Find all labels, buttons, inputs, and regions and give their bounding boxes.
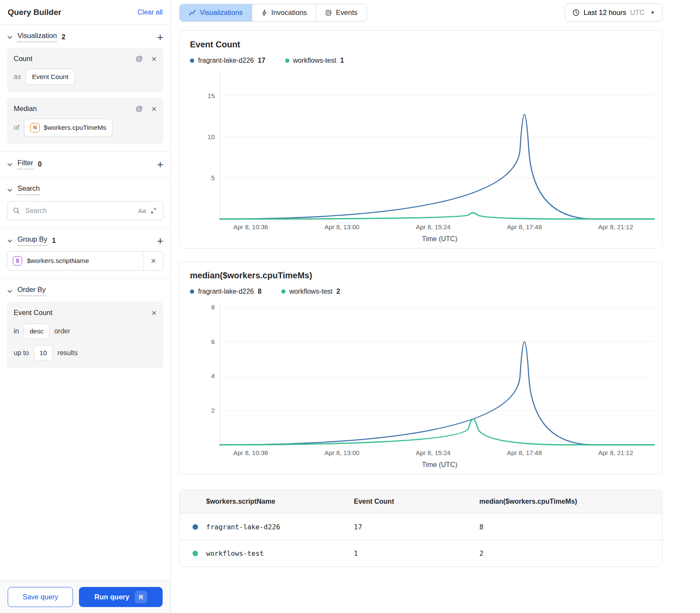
median-cpu-line-chart[interactable]: 2468Apr 8, 10:36Apr 8, 13:00Apr 8, 15:24… xyxy=(190,299,657,459)
query-builder-sidebar: Query Builder Clear all Visualization 2 … xyxy=(0,0,171,613)
median-visualization-card: Median @ × of N $workers.cpuTimeMs xyxy=(7,98,163,144)
lightning-icon xyxy=(261,9,268,16)
x-axis-title: Time (UTC) xyxy=(190,461,662,469)
chevron-down-icon[interactable] xyxy=(7,34,13,40)
legend-series-name: workflows-test xyxy=(289,288,332,295)
add-group-by-button[interactable]: + xyxy=(157,236,163,245)
search-icon xyxy=(13,207,20,214)
remove-median-icon[interactable]: × xyxy=(152,104,157,113)
clear-all-button[interactable]: Clear all xyxy=(137,9,163,16)
order-direction-select[interactable]: desc xyxy=(23,324,50,339)
caret-down-icon: ▼ xyxy=(650,10,655,15)
chevron-down-icon[interactable] xyxy=(7,288,13,294)
tab-invocations[interactable]: Invocations xyxy=(252,4,316,21)
legend-item[interactable]: fragrant-lake-d226 8 xyxy=(190,288,262,295)
main-content: Visualizations Invocations Events Last 1… xyxy=(171,0,700,613)
chevron-down-icon[interactable] xyxy=(7,238,13,244)
chart-legend: fragrant-lake-d226 17 workflows-test 1 xyxy=(190,57,662,64)
svg-text:*: * xyxy=(154,207,157,213)
results-label: results xyxy=(58,349,78,357)
column-event-count: Event Count xyxy=(354,498,479,505)
in-label: in xyxy=(14,327,19,335)
median-field-select[interactable]: N $workers.cpuTimeMs xyxy=(24,119,113,137)
table-row[interactable]: fragrant-lake-d226 17 8 xyxy=(180,514,662,540)
event-count-line-chart[interactable]: 51015Apr 8, 10:36Apr 8, 13:00Apr 8, 15:2… xyxy=(190,68,657,234)
svg-text:5: 5 xyxy=(211,174,215,181)
event-count-chart-card: Event Count fragrant-lake-d226 17 workfl… xyxy=(179,30,662,248)
legend-series-value: 2 xyxy=(336,288,340,295)
event-log-icon xyxy=(325,9,332,16)
svg-text:Apr 8, 17:48: Apr 8, 17:48 xyxy=(507,223,542,231)
regex-icon[interactable]: * xyxy=(150,207,158,214)
clock-icon xyxy=(572,9,580,16)
svg-text:Apr 8, 13:00: Apr 8, 13:00 xyxy=(324,449,359,456)
svg-text:10: 10 xyxy=(207,133,215,140)
remove-group-by-icon[interactable]: × xyxy=(143,251,163,270)
alias-icon[interactable]: @ xyxy=(135,55,143,63)
save-query-button[interactable]: Save query xyxy=(8,587,73,607)
remove-order-by-icon[interactable]: × xyxy=(152,308,157,317)
alias-icon[interactable]: @ xyxy=(135,105,143,113)
match-case-icon[interactable]: Aa xyxy=(138,207,146,214)
legend-item[interactable]: workflows-test 2 xyxy=(281,288,340,295)
visualization-count: 2 xyxy=(61,33,65,41)
visualization-section: Visualization 2 + Count @ × as Event Cou… xyxy=(0,25,170,152)
cell-median: 2 xyxy=(479,549,662,558)
group-by-section: Group By 1 + S $workers.scriptName × xyxy=(0,228,170,278)
svg-text:Apr 8, 21:12: Apr 8, 21:12 xyxy=(598,223,633,231)
filter-section-label: Filter xyxy=(18,159,33,169)
svg-text:Apr 8, 10:36: Apr 8, 10:36 xyxy=(233,449,268,456)
count-visualization-card: Count @ × as Event Count xyxy=(7,48,163,92)
sidebar-body: Visualization 2 + Count @ × as Event Cou… xyxy=(0,25,170,581)
count-alias-input[interactable]: Event Count xyxy=(26,69,75,85)
visualization-section-label: Visualization xyxy=(18,32,57,42)
table-row[interactable]: workflows-test 1 2 xyxy=(180,540,662,566)
remove-count-icon[interactable]: × xyxy=(152,54,157,63)
add-filter-button[interactable]: + xyxy=(157,160,163,169)
cell-median: 8 xyxy=(479,523,662,531)
median-cpu-chart-card: median($workers.cpuTimeMs) fragrant-lake… xyxy=(179,261,662,474)
legend-series-name: fragrant-lake-d226 xyxy=(198,288,254,295)
svg-text:Apr 8, 21:12: Apr 8, 21:12 xyxy=(598,449,633,456)
search-section: Search Aa * xyxy=(0,178,170,228)
of-label: of xyxy=(14,124,19,131)
numeric-type-icon: N xyxy=(30,123,40,132)
chart-title: Event Count xyxy=(190,40,662,50)
view-tabs: Visualizations Invocations Events xyxy=(179,4,367,22)
chart-title: median($workers.cpuTimeMs) xyxy=(190,271,662,280)
sidebar-footer: Save query Run query R xyxy=(0,581,170,613)
add-visualization-button[interactable]: + xyxy=(157,33,163,41)
tab-visualizations-label: Visualizations xyxy=(200,9,243,17)
time-range-label: Last 12 hours xyxy=(583,9,626,17)
tab-events[interactable]: Events xyxy=(316,4,366,21)
legend-item[interactable]: fragrant-lake-d226 17 xyxy=(190,57,265,64)
count-card-title: Count xyxy=(14,55,32,63)
legend-item[interactable]: workflows-test 1 xyxy=(285,57,344,64)
svg-text:15: 15 xyxy=(207,92,215,99)
chevron-down-icon[interactable] xyxy=(7,187,13,193)
chevron-down-icon[interactable] xyxy=(7,161,13,167)
series-dot xyxy=(192,524,198,530)
filter-count: 0 xyxy=(38,161,42,168)
page-title: Query Builder xyxy=(8,8,61,17)
topbar: Visualizations Invocations Events Last 1… xyxy=(179,3,662,22)
string-type-icon: S xyxy=(13,256,22,266)
chart-legend: fragrant-lake-d226 8 workflows-test 2 xyxy=(190,288,662,295)
legend-series-value: 1 xyxy=(340,57,344,64)
svg-text:Apr 8, 10:36: Apr 8, 10:36 xyxy=(233,223,268,231)
group-by-count: 1 xyxy=(52,237,56,245)
tab-visualizations[interactable]: Visualizations xyxy=(180,4,252,21)
time-range-select[interactable]: Last 12 hours UTC ▼ xyxy=(565,3,662,22)
search-input[interactable] xyxy=(24,207,134,215)
limit-input[interactable]: 10 xyxy=(34,345,53,361)
results-table: $workers.scriptName Event Count median($… xyxy=(179,490,662,567)
as-label: as xyxy=(14,73,21,81)
order-label: order xyxy=(54,327,70,335)
series-dot xyxy=(190,289,194,294)
run-query-button[interactable]: Run query R xyxy=(79,587,163,607)
order-by-card: Event Count × in desc order up to 10 res… xyxy=(7,302,163,368)
cell-event-count: 1 xyxy=(354,549,479,558)
series-dot xyxy=(192,551,198,556)
group-by-item[interactable]: S $workers.scriptName × xyxy=(7,251,163,271)
filter-section: Filter 0 + xyxy=(0,152,170,177)
